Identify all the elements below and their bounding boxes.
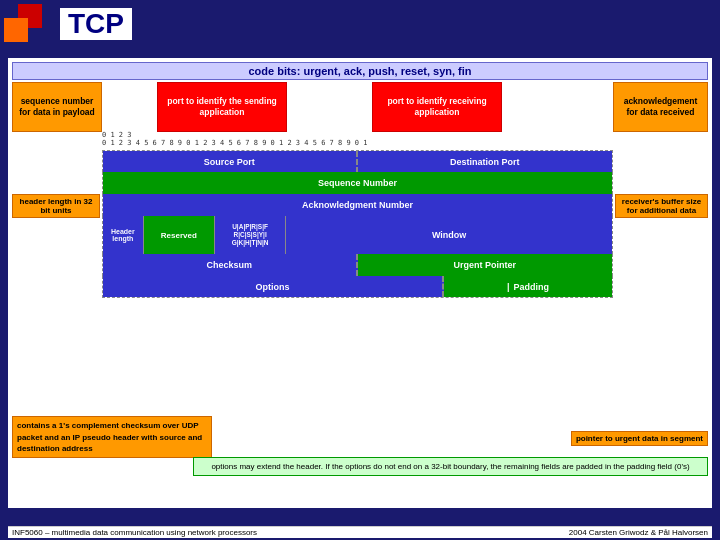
- annotation-bottom-left: contains a 1's complement checksum over …: [12, 416, 212, 458]
- logo-orange: [4, 18, 28, 42]
- footer-right: 2004 Carsten Griwodz & Pål Halvorsen: [569, 528, 708, 537]
- cell-ack-number: Acknowledgment Number: [103, 194, 612, 216]
- flags-line3: G|K|H|T|N|N: [232, 239, 269, 247]
- cell-padding: | Padding: [444, 276, 612, 297]
- row-sequence-number: Sequence Number: [102, 172, 613, 194]
- tcp-grid: Source Port Destination Port Sequence Nu…: [102, 150, 613, 298]
- page-title: TCP: [60, 8, 132, 40]
- row-source-dest: Source Port Destination Port: [102, 150, 613, 172]
- cell-header-length: Header length: [103, 216, 144, 254]
- footer-left: INF5060 – multimedia data communication …: [12, 528, 257, 537]
- tcp-grid-wrapper: header length in 32 bit units receiver's…: [12, 150, 708, 298]
- cell-header-length-line1: Header: [111, 228, 135, 235]
- flags-line2: R|C|S|S|Y|I: [233, 231, 266, 239]
- cell-reserved: Reserved: [144, 216, 215, 254]
- annotation-receivers-buffer: receiver's buffer size for additional da…: [615, 194, 708, 218]
- annotation-port-send: port to identify the sending application: [157, 82, 287, 132]
- cell-dest-port: Destination Port: [358, 151, 613, 173]
- cell-window: Window: [286, 216, 612, 254]
- annotation-bottom-right: pointer to urgent data in segment: [571, 431, 708, 446]
- main-content: code bits: urgent, ack, push, reset, syn…: [8, 58, 712, 508]
- cell-padding-label: Padding: [514, 282, 550, 292]
- annotation-acknowledgement: acknowledgement for data received: [613, 82, 708, 132]
- row-options-padding: Options | Padding: [102, 276, 613, 298]
- flags-line1: U|A|P|R|S|F: [232, 223, 268, 231]
- logo: [4, 4, 56, 56]
- annotation-header-length: header length in 32 bit units: [12, 194, 100, 218]
- row-ack-number: Acknowledgment Number: [102, 194, 613, 216]
- cell-header-length-line2: length: [112, 235, 133, 242]
- annotation-bottom-center: options may extend the header. If the op…: [193, 457, 708, 476]
- cell-checksum: Checksum: [103, 254, 358, 276]
- cell-sequence-number: Sequence Number: [103, 172, 612, 194]
- row-header-flags: Header length Reserved U|A|P|R|S|F R|C|S…: [102, 216, 613, 254]
- cell-options: Options: [103, 276, 444, 297]
- cell-source-port: Source Port: [103, 151, 358, 173]
- bit-ruler: 0 1 2 3 0 1 2 3 4 5 6 7 8 9 0 1 2 3 4 5 …: [102, 132, 613, 150]
- bit-ruler-line2: 0 1 2 3 4 5 6 7 8 9 0 1 2 3 4 5 6 7 8 9 …: [102, 140, 613, 148]
- cell-urgent-pointer: Urgent Pointer: [358, 254, 613, 276]
- annotations-row: sequence number for data in payload port…: [12, 82, 708, 150]
- annotation-sequence-number: sequence number for data in payload: [12, 82, 102, 132]
- row-checksum-urgent: Checksum Urgent Pointer: [102, 254, 613, 276]
- cell-padding-pipe: |: [507, 282, 510, 292]
- annotation-port-recv: port to identify receiving application: [372, 82, 502, 132]
- footer: INF5060 – multimedia data communication …: [8, 526, 712, 538]
- cell-flags: U|A|P|R|S|F R|C|S|S|Y|I G|K|H|T|N|N: [215, 216, 286, 254]
- code-bits-banner: code bits: urgent, ack, push, reset, syn…: [12, 62, 708, 80]
